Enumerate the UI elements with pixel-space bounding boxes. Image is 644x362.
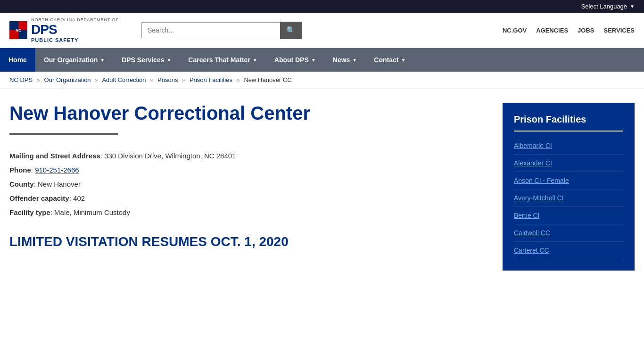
county-value: New Hanover (38, 180, 81, 188)
our-org-chevron-icon: ▼ (100, 58, 105, 63)
agencies-link[interactable]: AGENCIES (536, 27, 568, 34)
phone-row: Phone: 910-251-2666 (9, 163, 484, 177)
sidebar-link-caldwell[interactable]: Caldwell CC (514, 224, 623, 242)
top-bar: Select Language ▼ (0, 0, 644, 13)
facility-type-label: Facility type (9, 208, 50, 216)
nav-our-organization[interactable]: Our Organization ▼ (35, 48, 113, 72)
sidebar: Prison Facilities Albemarle CI Alexander… (503, 103, 635, 271)
main-nav: Home Our Organization ▼ DPS Services ▼ C… (0, 48, 644, 72)
svg-text:NC: NC (16, 28, 21, 33)
logo-ps: PUBLIC SAFETY (31, 37, 119, 43)
search-button[interactable]: 🔍 (280, 22, 302, 39)
breadcrumb-sep-1: » (37, 76, 40, 83)
header-links: NC.GOV AGENCIES JOBS SERVICES (503, 27, 635, 34)
nav-home[interactable]: Home (0, 48, 35, 72)
ncgov-link[interactable]: NC.GOV (503, 27, 527, 34)
address-value: 330 Division Drive, Wilmington, NC 28401 (104, 152, 236, 160)
main-layout: New Hanover Correctional Center Mailing … (0, 89, 644, 285)
capacity-label: Offender capacity (9, 194, 69, 202)
breadcrumb-sep-2: » (95, 76, 98, 83)
page-title: New Hanover Correctional Center (9, 103, 484, 123)
title-divider (9, 133, 118, 135)
facility-type-row: Facility type: Male, Minimum Custody (9, 206, 484, 220)
news-chevron-icon: ▼ (352, 58, 357, 63)
about-chevron-icon: ▼ (311, 58, 316, 63)
sidebar-link-avery[interactable]: Avery-Mitchell CI (514, 189, 623, 207)
content-area: New Hanover Correctional Center Mailing … (9, 103, 484, 271)
search-area: 🔍 (141, 22, 302, 39)
logo-dps: DPS (31, 22, 119, 37)
sidebar-link-albemarle[interactable]: Albemarle CI (514, 137, 623, 155)
breadcrumb-sep-4: » (182, 76, 185, 83)
sidebar-title: Prison Facilities (514, 114, 623, 132)
facility-type-value: Male, Minimum Custody (54, 208, 130, 216)
facility-info: Mailing and Street Address: 330 Division… (9, 149, 484, 220)
nav-contact[interactable]: Contact ▼ (365, 48, 414, 72)
breadcrumb-our-org[interactable]: Our Organization (44, 76, 91, 83)
logo-ncgov: NORTH CAROLINA DEPARTMENT OF (31, 17, 119, 22)
jobs-link[interactable]: JOBS (578, 27, 594, 34)
sidebar-links: Albemarle CI Alexander CI Anson CI - Fem… (514, 137, 623, 259)
logo-area: NC NORTH CAROLINA DEPARTMENT OF DPS PUBL… (9, 17, 132, 43)
search-input[interactable] (141, 22, 280, 38)
language-chevron-icon: ▼ (630, 4, 635, 9)
address-label: Mailing and Street Address (9, 152, 100, 160)
careers-chevron-icon: ▼ (253, 58, 257, 63)
breadcrumb-prison-facilities[interactable]: Prison Facilities (190, 76, 232, 83)
sidebar-link-carteret[interactable]: Carteret CC (514, 242, 623, 259)
phone-label: Phone (9, 166, 31, 174)
capacity-row: Offender capacity: 402 (9, 191, 484, 206)
logo-flag-icon: NC (9, 21, 27, 39)
nav-news[interactable]: News ▼ (324, 48, 365, 72)
contact-chevron-icon: ▼ (401, 58, 405, 63)
breadcrumb-prisons[interactable]: Prisons (157, 76, 178, 83)
nav-careers[interactable]: Careers That Matter ▼ (180, 48, 265, 72)
breadcrumb-current: New Hanover CC (244, 76, 291, 83)
county-label: County (9, 180, 34, 188)
sidebar-link-bertie[interactable]: Bertie CI (514, 207, 623, 224)
breadcrumb-sep-3: » (150, 76, 153, 83)
select-language[interactable]: Select Language ▼ (581, 3, 635, 10)
county-row: County: New Hanover (9, 177, 484, 191)
phone-value[interactable]: 910-251-2666 (35, 166, 79, 174)
dps-services-chevron-icon: ▼ (166, 58, 171, 63)
header: NC NORTH CAROLINA DEPARTMENT OF DPS PUBL… (0, 13, 644, 48)
breadcrumb: NC DPS » Our Organization » Adult Correc… (0, 72, 644, 89)
address-row: Mailing and Street Address: 330 Division… (9, 149, 484, 163)
sidebar-link-anson[interactable]: Anson CI - Female (514, 172, 623, 189)
nav-dps-services[interactable]: DPS Services ▼ (113, 48, 180, 72)
logo-text: NORTH CAROLINA DEPARTMENT OF DPS PUBLIC … (31, 17, 119, 43)
breadcrumb-adult-correction[interactable]: Adult Correction (102, 76, 146, 83)
select-language-label: Select Language (581, 3, 627, 10)
section-title: LIMITED VISITATION RESUMES OCT. 1, 2020 (9, 234, 484, 250)
sidebar-link-alexander[interactable]: Alexander CI (514, 155, 623, 172)
services-link[interactable]: SERVICES (603, 27, 635, 34)
breadcrumb-ncdps[interactable]: NC DPS (9, 76, 33, 83)
breadcrumb-sep-5: » (237, 76, 240, 83)
capacity-value: 402 (73, 194, 85, 202)
nav-about[interactable]: About DPS ▼ (266, 48, 324, 72)
